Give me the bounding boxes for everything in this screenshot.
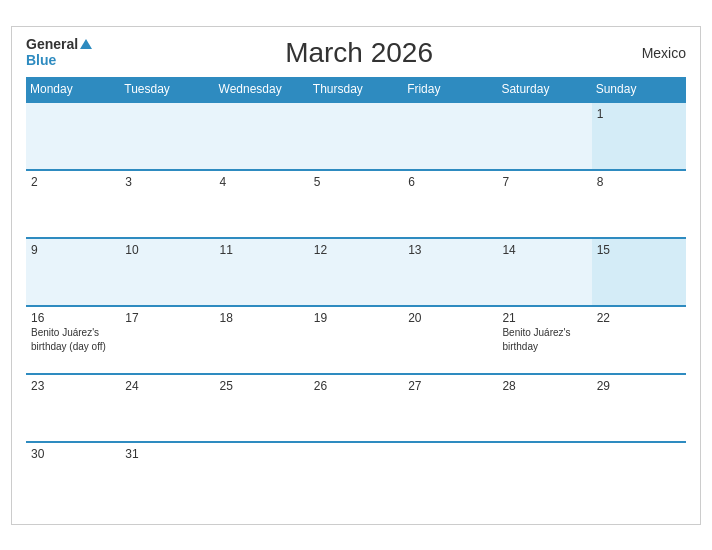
day-number: 4 — [220, 175, 304, 189]
day-number: 5 — [314, 175, 398, 189]
day-number: 17 — [125, 311, 209, 325]
table-cell — [403, 102, 497, 170]
logo: General Blue — [26, 37, 92, 68]
day-event: Benito Juárez's birthday (day off) — [31, 327, 106, 352]
table-cell: 16Benito Juárez's birthday (day off) — [26, 306, 120, 374]
table-cell: 11 — [215, 238, 309, 306]
day-number: 11 — [220, 243, 304, 257]
table-cell: 25 — [215, 374, 309, 442]
header-friday: Friday — [403, 77, 497, 102]
table-cell: 7 — [497, 170, 591, 238]
calendar: General Blue March 2026 Mexico Monday Tu… — [11, 26, 701, 525]
table-cell: 13 — [403, 238, 497, 306]
table-cell — [309, 102, 403, 170]
day-number: 3 — [125, 175, 209, 189]
day-number: 19 — [314, 311, 398, 325]
week-row-5: 3031 — [26, 442, 686, 510]
table-cell: 23 — [26, 374, 120, 442]
table-cell: 6 — [403, 170, 497, 238]
table-cell: 26 — [309, 374, 403, 442]
day-number: 26 — [314, 379, 398, 393]
header-wednesday: Wednesday — [215, 77, 309, 102]
header-monday: Monday — [26, 77, 120, 102]
day-number: 18 — [220, 311, 304, 325]
day-number: 20 — [408, 311, 492, 325]
day-number: 23 — [31, 379, 115, 393]
table-cell — [26, 102, 120, 170]
table-cell: 18 — [215, 306, 309, 374]
table-cell: 9 — [26, 238, 120, 306]
day-number: 14 — [502, 243, 586, 257]
day-number: 27 — [408, 379, 492, 393]
day-number: 22 — [597, 311, 681, 325]
day-number: 21 — [502, 311, 586, 325]
table-cell — [497, 102, 591, 170]
table-cell: 12 — [309, 238, 403, 306]
day-number: 9 — [31, 243, 115, 257]
day-event: Benito Juárez's birthday — [502, 327, 570, 352]
day-number: 12 — [314, 243, 398, 257]
week-row-1: 2345678 — [26, 170, 686, 238]
table-cell: 28 — [497, 374, 591, 442]
table-cell: 27 — [403, 374, 497, 442]
day-number: 6 — [408, 175, 492, 189]
day-number: 10 — [125, 243, 209, 257]
day-number: 1 — [597, 107, 681, 121]
header-sunday: Sunday — [592, 77, 686, 102]
day-number: 24 — [125, 379, 209, 393]
week-row-4: 23242526272829 — [26, 374, 686, 442]
table-cell: 15 — [592, 238, 686, 306]
calendar-country: Mexico — [626, 45, 686, 61]
days-header-row: Monday Tuesday Wednesday Thursday Friday… — [26, 77, 686, 102]
table-cell: 3 — [120, 170, 214, 238]
table-cell: 2 — [26, 170, 120, 238]
day-number: 2 — [31, 175, 115, 189]
table-cell — [120, 102, 214, 170]
day-number: 13 — [408, 243, 492, 257]
table-cell: 4 — [215, 170, 309, 238]
week-row-2: 9101112131415 — [26, 238, 686, 306]
day-number: 8 — [597, 175, 681, 189]
table-cell: 29 — [592, 374, 686, 442]
day-number: 25 — [220, 379, 304, 393]
table-cell — [215, 442, 309, 510]
header-tuesday: Tuesday — [120, 77, 214, 102]
table-cell — [497, 442, 591, 510]
table-cell — [215, 102, 309, 170]
table-cell: 17 — [120, 306, 214, 374]
table-cell: 20 — [403, 306, 497, 374]
day-number: 28 — [502, 379, 586, 393]
calendar-title: March 2026 — [92, 37, 626, 69]
day-number: 30 — [31, 447, 115, 461]
header-thursday: Thursday — [309, 77, 403, 102]
table-cell — [403, 442, 497, 510]
week-row-0: 1 — [26, 102, 686, 170]
table-cell: 8 — [592, 170, 686, 238]
table-cell: 21Benito Juárez's birthday — [497, 306, 591, 374]
logo-triangle-icon — [80, 39, 92, 49]
table-cell: 10 — [120, 238, 214, 306]
table-cell: 22 — [592, 306, 686, 374]
calendar-header: General Blue March 2026 Mexico — [26, 37, 686, 69]
day-number: 29 — [597, 379, 681, 393]
table-cell: 30 — [26, 442, 120, 510]
day-number: 7 — [502, 175, 586, 189]
logo-general-text: General — [26, 37, 78, 52]
day-number: 31 — [125, 447, 209, 461]
table-cell: 19 — [309, 306, 403, 374]
day-number: 15 — [597, 243, 681, 257]
table-cell — [309, 442, 403, 510]
header-saturday: Saturday — [497, 77, 591, 102]
table-cell: 1 — [592, 102, 686, 170]
logo-blue-text: Blue — [26, 53, 92, 68]
table-cell: 24 — [120, 374, 214, 442]
table-cell: 31 — [120, 442, 214, 510]
table-cell: 14 — [497, 238, 591, 306]
table-cell — [592, 442, 686, 510]
table-cell: 5 — [309, 170, 403, 238]
day-number: 16 — [31, 311, 115, 325]
calendar-table: Monday Tuesday Wednesday Thursday Friday… — [26, 77, 686, 510]
week-row-3: 16Benito Juárez's birthday (day off)1718… — [26, 306, 686, 374]
